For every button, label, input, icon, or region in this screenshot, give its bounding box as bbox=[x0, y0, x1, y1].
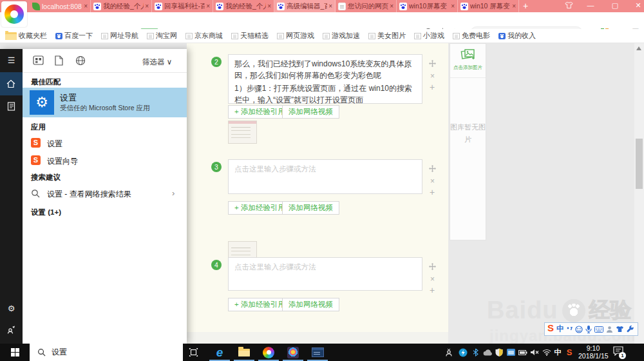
search-home-icon[interactable] bbox=[0, 72, 23, 95]
step-screenshot-thumbnail[interactable] bbox=[228, 121, 257, 144]
task-view-icon[interactable] bbox=[188, 347, 199, 360]
notification-center-icon[interactable]: 1 bbox=[613, 346, 623, 358]
move-step-icon[interactable] bbox=[429, 263, 436, 272]
keyboard-icon[interactable] bbox=[594, 326, 603, 333]
ime-toolbar[interactable]: S 中 bbox=[544, 322, 638, 336]
app-result[interactable]: S 设置向导 bbox=[23, 153, 187, 168]
ime-person-icon[interactable] bbox=[606, 326, 613, 333]
browser-tab[interactable]: 回享福利社-百× bbox=[152, 0, 213, 12]
add-step-icon[interactable]: + bbox=[430, 285, 435, 295]
tab-close-icon[interactable]: × bbox=[206, 3, 210, 10]
delete-step-icon[interactable]: × bbox=[430, 177, 435, 186]
scroll-up-icon[interactable] bbox=[636, 46, 641, 50]
bookmark-item[interactable]: 网页游戏 bbox=[277, 31, 314, 41]
best-match-result[interactable]: ⚙ 设置 受信任的 Microsoft Store 应用 bbox=[23, 88, 187, 117]
bookmark-item[interactable]: 百度一下 bbox=[55, 31, 93, 41]
start-button[interactable] bbox=[0, 344, 30, 361]
bookmark-item[interactable]: 天猫精选 bbox=[231, 31, 269, 41]
add-video-button[interactable]: 添加网络视频 bbox=[282, 201, 339, 215]
delete-step-icon[interactable]: × bbox=[430, 275, 435, 284]
scrollbar-thumb[interactable] bbox=[636, 139, 643, 189]
hamburger-menu-icon[interactable]: ☰ bbox=[0, 55, 23, 65]
delete-step-icon[interactable]: × bbox=[430, 72, 435, 81]
power-bolt-icon[interactable] bbox=[457, 344, 469, 361]
app-result[interactable]: S 设置 bbox=[23, 135, 187, 151]
taskbar-clock[interactable]: 9:10 2018/1/15 bbox=[578, 345, 608, 360]
taskbar-browser-icon[interactable] bbox=[256, 344, 281, 361]
bookmark-item[interactable]: 小游戏 bbox=[414, 31, 444, 41]
tab-close-icon[interactable]: × bbox=[512, 3, 516, 10]
filter-dropdown[interactable]: 筛选器 ∨ bbox=[142, 57, 172, 67]
bookmark-item[interactable]: 京东商城 bbox=[185, 31, 223, 41]
taskbar-explorer-icon[interactable] bbox=[232, 344, 256, 361]
bookmark-item[interactable]: 免费电影 bbox=[453, 31, 490, 41]
mic-icon[interactable] bbox=[585, 325, 592, 333]
move-step-icon[interactable] bbox=[429, 60, 436, 69]
minimize-button[interactable]: — bbox=[585, 1, 596, 9]
bookmark-item[interactable]: 淘宝网 bbox=[147, 31, 177, 41]
browser-tab[interactable]: 我的经验_个人× bbox=[213, 0, 274, 12]
add-image-button[interactable]: 点击添加图片 bbox=[450, 44, 486, 78]
search-suggestion[interactable]: 设置 - 查看网络搜索结果 › bbox=[23, 186, 187, 202]
notebook-icon[interactable] bbox=[0, 102, 23, 113]
taskbar-search-box[interactable]: 设置 bbox=[30, 344, 183, 361]
onedrive-cloud-icon[interactable] bbox=[482, 344, 493, 361]
bluetooth-icon[interactable] bbox=[470, 344, 480, 361]
browser-tab[interactable]: win10屏幕变× bbox=[397, 0, 458, 12]
sogou-logo-icon[interactable]: S bbox=[547, 322, 554, 333]
sogou-tray-icon[interactable]: S bbox=[564, 344, 574, 361]
taskbar-console-icon[interactable] bbox=[305, 344, 330, 361]
move-step-icon[interactable] bbox=[429, 165, 436, 174]
feedback-icon[interactable] bbox=[0, 325, 23, 337]
ime-punctuation-icon[interactable] bbox=[567, 326, 573, 333]
filter-documents-icon[interactable] bbox=[55, 55, 66, 66]
skin-icon[interactable] bbox=[563, 1, 574, 10]
bookmark-item[interactable]: 网址导航 bbox=[101, 31, 138, 41]
bookmark-item[interactable]: 我的收入 bbox=[498, 31, 536, 41]
defender-shield-icon[interactable] bbox=[494, 344, 504, 361]
tab-close-icon[interactable]: × bbox=[390, 3, 393, 10]
tab-close-icon[interactable]: × bbox=[84, 3, 88, 10]
maximize-button[interactable]: ▢ bbox=[609, 1, 621, 10]
new-tab-button[interactable]: + bbox=[523, 1, 528, 11]
blue-window-icon[interactable] bbox=[506, 344, 516, 361]
emoji-icon[interactable] bbox=[575, 326, 583, 333]
page-scrollbar[interactable] bbox=[634, 43, 644, 344]
bookmark-item[interactable]: 美女图片 bbox=[368, 31, 406, 41]
browser-logo-icon[interactable] bbox=[1, 1, 27, 27]
tab-close-icon[interactable]: × bbox=[145, 3, 149, 10]
taskbar-edge-icon[interactable]: e bbox=[207, 344, 232, 361]
gear-icon[interactable]: ⚙ bbox=[0, 304, 23, 313]
browser-tab[interactable]: localhost:808× bbox=[30, 0, 91, 12]
wrench-icon[interactable] bbox=[627, 326, 634, 333]
battery-icon[interactable] bbox=[517, 344, 528, 361]
add-step-icon[interactable]: + bbox=[430, 187, 435, 197]
people-icon[interactable] bbox=[443, 344, 455, 361]
step-text-input[interactable]: 点击这里输入步骤或方法 bbox=[228, 159, 422, 194]
tab-close-icon[interactable]: × bbox=[328, 3, 332, 10]
ime-language-mode[interactable]: 中 bbox=[556, 324, 564, 335]
step-text-input[interactable]: 那么，我们已经找到了windows10系统变灰的具体原因，那么我们如何将屏幕的色… bbox=[228, 54, 422, 104]
taskbar-app-icon[interactable] bbox=[281, 344, 305, 361]
step-text-input[interactable]: 点击这里输入步骤或方法 bbox=[228, 257, 422, 291]
browser-tab[interactable]: 您访问的网页× bbox=[336, 0, 397, 12]
tab-close-icon[interactable]: × bbox=[451, 3, 455, 10]
ime-skin-icon[interactable] bbox=[616, 326, 624, 333]
settings-gear-icon: ⚙ bbox=[30, 90, 54, 115]
add-video-button[interactable]: 添加网络视频 bbox=[282, 105, 339, 119]
bookmark-item[interactable]: 游戏加速 bbox=[323, 31, 360, 41]
wifi-icon[interactable] bbox=[541, 344, 553, 361]
add-video-button[interactable]: 添加网络视频 bbox=[282, 298, 339, 311]
tab-close-icon[interactable]: × bbox=[267, 3, 271, 10]
add-step-icon[interactable]: + bbox=[430, 82, 435, 92]
close-button[interactable]: ✕ bbox=[632, 1, 644, 10]
browser-tab[interactable]: win10 屏幕变× bbox=[458, 0, 519, 12]
volume-muted-icon[interactable] bbox=[529, 344, 540, 361]
browser-tab[interactable]: 我的经验_个人× bbox=[91, 0, 152, 12]
filter-web-icon[interactable] bbox=[75, 55, 87, 66]
browser-tab[interactable]: 高级编辑器_百× bbox=[274, 0, 336, 12]
bookmark-item[interactable]: 收藏夹栏 bbox=[5, 31, 47, 41]
filter-apps-icon[interactable] bbox=[33, 55, 44, 66]
ime-lang-indicator[interactable]: 中 bbox=[553, 344, 563, 361]
page-icon bbox=[185, 33, 193, 39]
